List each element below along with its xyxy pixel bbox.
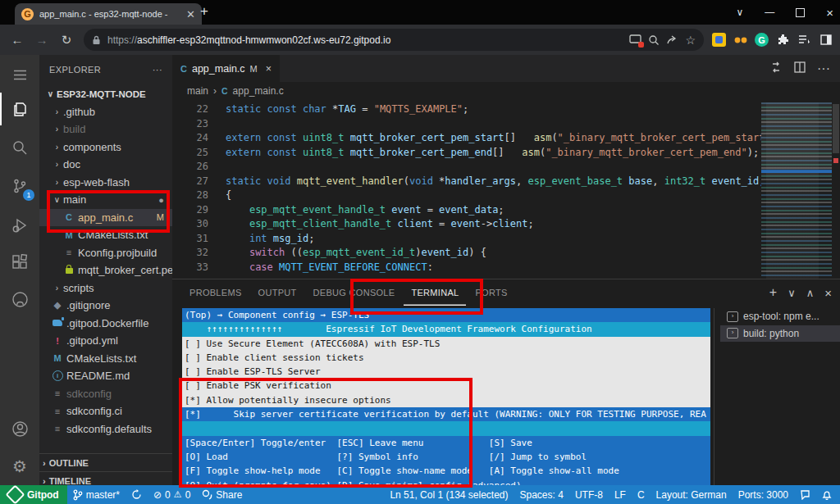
browser-tabstrip: G app_main.c - esp32-mqtt-node - ✕ + ∨ —… <box>0 0 840 25</box>
side-panel-icon[interactable] <box>819 33 833 47</box>
cast-icon[interactable] <box>629 34 641 45</box>
tree-item-cmakelists-txt[interactable]: MCMakeLists.txt <box>39 350 172 368</box>
browser-tab[interactable]: G app_main.c - esp32-mqtt-node - ✕ <box>15 3 202 25</box>
branch-indicator[interactable]: master* <box>67 485 126 504</box>
extension-translate-icon[interactable] <box>712 33 726 47</box>
window-chevron-icon[interactable]: ∨ <box>736 7 743 18</box>
minimap-slider[interactable] <box>761 102 832 176</box>
code-line-26[interactable]: 26 <box>172 160 761 175</box>
live-share-icon <box>202 489 212 500</box>
code-line-24[interactable]: 24extern const uint8_t mqtt_broker_cert_… <box>172 131 761 146</box>
status-item-utf-8[interactable]: UTF-8 <box>569 485 609 504</box>
account-icon[interactable] <box>0 412 39 445</box>
status-item-lf[interactable]: LF <box>609 485 632 504</box>
tree-item-mqtt-broker-cert-pem[interactable]: mqtt_broker_cert.pem <box>39 261 172 279</box>
explorer-more-icon[interactable]: ··· <box>153 65 162 75</box>
search-icon[interactable] <box>648 34 660 46</box>
reload-button[interactable]: ↻ <box>54 33 79 48</box>
config-file-icon: ≡ <box>51 424 64 434</box>
timeline-section[interactable]: ›TIMELINE <box>39 471 172 485</box>
window-close-button[interactable]: × <box>826 6 833 20</box>
tree-item--gitpod-yml[interactable]: !.gitpod.yml <box>39 332 172 350</box>
terminal-list-item[interactable]: ›esp-tool: npm e... <box>720 308 840 325</box>
panel-close-icon[interactable]: × <box>824 286 832 300</box>
editor-more-icon[interactable]: ··· <box>817 61 830 76</box>
terminal-dropdown-icon[interactable]: ∨ <box>788 287 796 299</box>
panel-tab-problems[interactable]: PROBLEMS <box>182 279 249 306</box>
tree-item-build[interactable]: ›build <box>39 120 172 138</box>
tab-close-icon[interactable]: ✕ <box>186 8 195 20</box>
tree-item-esp32-mqtt-node[interactable]: ∨ESP32-MQTT-NODE <box>39 85 172 103</box>
extensions-icon[interactable] <box>0 246 39 279</box>
code-line-31[interactable]: 31 int msg_id; <box>172 232 761 247</box>
back-button[interactable]: ← <box>5 33 30 47</box>
code-line-23[interactable]: 23 <box>172 117 761 132</box>
forward-button[interactable]: → <box>30 33 54 47</box>
reading-list-icon[interactable] <box>797 33 811 47</box>
tree-item-esp-web-flash[interactable]: ›esp-web-flash <box>39 174 172 192</box>
tree-item-sdkconfig-ci[interactable]: ≡sdkconfig.ci <box>39 402 172 420</box>
github-icon[interactable] <box>0 283 39 316</box>
extension-grammarly-icon[interactable]: G <box>755 33 769 47</box>
status-item-spaces[interactable]: Spaces: 4 <box>514 485 569 504</box>
panel-maximize-icon[interactable]: ∧ <box>806 287 815 299</box>
menu-hamburger-icon[interactable] <box>0 58 39 91</box>
code-line-29[interactable]: 29 esp_mqtt_event_handle_t event = event… <box>172 203 761 218</box>
lock-icon <box>62 266 75 275</box>
terminal-list-item[interactable]: ›build: python <box>720 325 840 343</box>
tree-item--gitignore[interactable]: ◆.gitignore <box>39 297 172 315</box>
code-line-30[interactable]: 30 esp_mqtt_client_handle_t client = eve… <box>172 217 761 232</box>
problems-indicator[interactable]: ⊘0 ⚠0 <box>148 485 196 504</box>
window-minimize-button[interactable]: — <box>765 7 774 18</box>
status-item-ports[interactable]: Ports: 3000 <box>733 485 794 504</box>
settings-gear-icon[interactable]: ⚙ <box>0 450 39 483</box>
share-button[interactable]: Share <box>196 485 248 504</box>
extensions-puzzle-icon[interactable] <box>776 33 790 47</box>
code-line-22[interactable]: 22static const char *TAG = "MQTTS_EXAMPL… <box>172 102 761 117</box>
tree-item--gitpod-dockerfile[interactable]: .gitpod.Dockerfile <box>39 315 172 333</box>
outline-section[interactable]: ›OUTLINE <box>39 453 172 472</box>
source-control-icon[interactable]: 1 <box>0 170 39 202</box>
extension-sunglasses-icon[interactable] <box>733 33 747 47</box>
tree-item-sdkconfig[interactable]: ≡sdkconfig <box>39 385 172 403</box>
editor-tab-app-main[interactable]: C app_main.c M × <box>172 55 280 82</box>
tree-item-readme-md[interactable]: iREADME.md <box>39 367 172 385</box>
status-item-ln-51-col-1-134-selected-[interactable]: Ln 51, Col 1 (134 selected) <box>384 485 514 504</box>
remote-indicator-gitpod[interactable]: Gitpod <box>0 485 67 504</box>
tree-item--github[interactable]: ›.github <box>39 103 172 121</box>
code-line-32[interactable]: 32 switch ((esp_mqtt_event_id_t)event_id… <box>172 246 761 261</box>
minimap-selection-highlight <box>761 170 832 173</box>
code-line-27[interactable]: 27static void mqtt_event_handler(void *h… <box>172 175 761 189</box>
tree-item-doc[interactable]: ›doc <box>39 156 172 174</box>
run-debug-icon[interactable] <box>0 209 39 242</box>
status-item-layout[interactable]: Layout: German <box>651 485 733 504</box>
new-tab-button[interactable]: + <box>200 3 208 20</box>
code-text: switch ((esp_mqtt_event_id_t)event_id) { <box>208 246 486 261</box>
bookmark-star-icon[interactable]: ☆ <box>685 34 696 47</box>
window-maximize-button[interactable] <box>796 8 805 17</box>
code-line-25[interactable]: 25extern const uint8_t mqtt_broker_cert_… <box>172 146 761 161</box>
code-line-28[interactable]: 28{ <box>172 188 761 203</box>
address-bar[interactable]: https://aschiffler-esp32mqttnod-hmwmwon0… <box>84 29 704 51</box>
code-line-33[interactable]: 33 case MQTT_EVENT_BEFORE_CONNECT: <box>172 261 761 275</box>
breadcrumb-folder[interactable]: main <box>187 85 208 97</box>
panel-tab-output[interactable]: OUTPUT <box>251 279 304 306</box>
tree-item-components[interactable]: ›components <box>39 138 172 157</box>
breadcrumb-file[interactable]: app_main.c <box>233 85 284 97</box>
tab-close-icon[interactable]: × <box>266 63 272 75</box>
open-changes-icon[interactable] <box>769 61 783 76</box>
tree-item-scripts[interactable]: ›scripts <box>39 279 172 297</box>
sync-button[interactable] <box>126 485 148 504</box>
tree-item-sdkconfig-defaults[interactable]: ≡sdkconfig.defaults <box>39 420 172 438</box>
search-sidebar-icon[interactable] <box>0 131 39 164</box>
share-icon[interactable] <box>666 34 678 45</box>
notifications-bell-icon[interactable] <box>816 485 840 504</box>
browser-toolbar: ← → ↻ https://aschiffler-esp32mqttnod-hm… <box>0 25 840 55</box>
status-item-c[interactable]: C <box>632 485 651 504</box>
breadcrumb[interactable]: main › C app_main.c <box>172 82 840 100</box>
feedback-icon[interactable] <box>794 485 816 504</box>
tree-item-kconfig-projbuild[interactable]: ≡Kconfig.projbuild <box>39 244 172 262</box>
split-editor-icon[interactable] <box>794 61 806 76</box>
explorer-icon[interactable] <box>0 93 39 125</box>
new-terminal-button[interactable]: + <box>769 285 777 300</box>
